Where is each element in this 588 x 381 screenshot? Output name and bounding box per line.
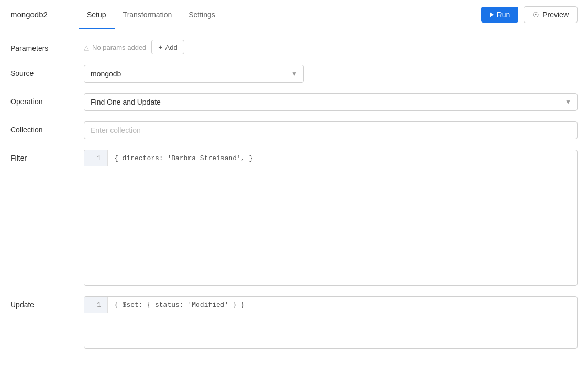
update-code-1: { $set: { status: 'Modified' } }	[108, 297, 577, 313]
add-param-button[interactable]: + Add	[151, 40, 184, 54]
filter-line-1: 1 { directors: 'Barbra Streisand', }	[84, 150, 577, 166]
update-line-number-1: 1	[84, 297, 108, 313]
source-row: Source mongodb ▼	[10, 65, 578, 83]
main-content: Parameters △ No params added + Add Sourc…	[0, 29, 588, 369]
parameters-row: Parameters △ No params added + Add	[10, 40, 578, 54]
header: mongodb2 Setup Transformation Settings R…	[0, 0, 588, 29]
source-select[interactable]: mongodb	[84, 65, 304, 83]
collection-row: Collection	[10, 121, 578, 139]
operation-row: Operation Find One and Update ▼	[10, 93, 578, 111]
filter-editor-body[interactable]	[84, 166, 577, 282]
operation-select[interactable]: Find One and Update	[84, 93, 578, 111]
filter-code-1: { directors: 'Barbra Streisand', }	[108, 150, 577, 166]
tabs-nav: Setup Transformation Settings	[79, 0, 481, 29]
filter-code-text: { directors: 'Barbra Streisand', }	[114, 154, 253, 162]
warning-icon: △	[84, 43, 89, 51]
tab-transformation[interactable]: Transformation	[115, 1, 181, 29]
source-label: Source	[10, 65, 84, 77]
filter-line-number-1: 1	[84, 150, 108, 166]
preview-button[interactable]: ☉ Preview	[524, 6, 578, 23]
parameters-control: △ No params added + Add	[84, 40, 578, 54]
operation-select-wrapper: Find One and Update ▼	[84, 93, 578, 111]
filter-label: Filter	[10, 150, 84, 162]
source-select-wrapper: mongodb ▼	[84, 65, 304, 83]
app-title: mongodb2	[10, 10, 58, 19]
play-icon	[490, 12, 494, 17]
update-row: Update 1 { $set: { status: 'Modified' } …	[10, 296, 578, 349]
params-area: △ No params added + Add	[84, 40, 578, 54]
plus-icon: +	[158, 43, 162, 51]
update-line-1: 1 { $set: { status: 'Modified' } }	[84, 297, 577, 313]
update-code-text: { $set: { status: 'Modified' } }	[114, 301, 245, 309]
update-control: 1 { $set: { status: 'Modified' } }	[84, 296, 578, 349]
collection-label: Collection	[10, 121, 84, 134]
filter-control: 1 { directors: 'Barbra Streisand', }	[84, 150, 578, 286]
source-control: mongodb ▼	[84, 65, 578, 83]
parameters-label: Parameters	[10, 40, 84, 52]
update-editor-body[interactable]	[84, 313, 577, 344]
collection-control	[84, 121, 578, 139]
tab-settings[interactable]: Settings	[180, 1, 224, 29]
eye-icon: ☉	[532, 10, 539, 19]
tab-setup[interactable]: Setup	[79, 1, 115, 29]
filter-row: Filter 1 { directors: 'Barbra Streisand'…	[10, 150, 578, 286]
run-button[interactable]: Run	[481, 7, 519, 23]
operation-label: Operation	[10, 93, 84, 106]
update-editor[interactable]: 1 { $set: { status: 'Modified' } }	[84, 296, 578, 349]
header-actions: Run ☉ Preview	[481, 6, 578, 23]
operation-control: Find One and Update ▼	[84, 93, 578, 111]
filter-editor[interactable]: 1 { directors: 'Barbra Streisand', }	[84, 150, 578, 286]
collection-input[interactable]	[84, 121, 578, 139]
update-label: Update	[10, 296, 84, 309]
no-params-indicator: △ No params added	[84, 43, 146, 51]
